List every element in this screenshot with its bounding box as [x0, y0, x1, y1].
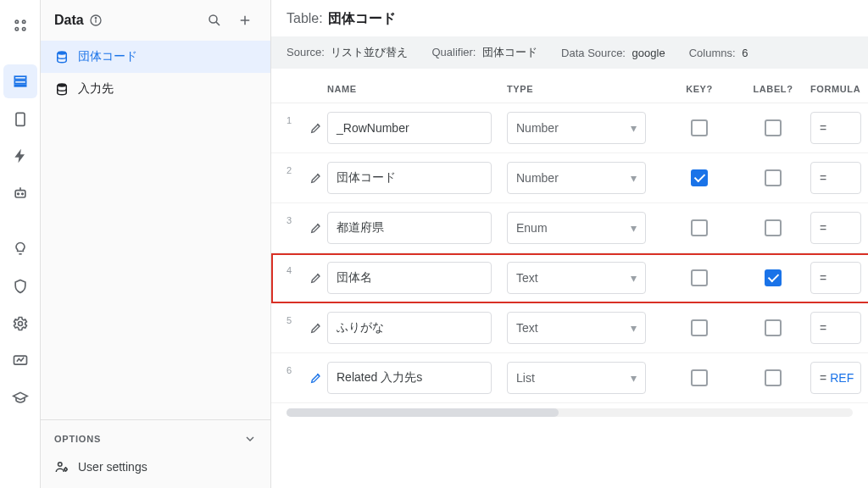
row-index: 6 — [287, 362, 305, 375]
row-index: 5 — [287, 312, 305, 325]
search-icon[interactable] — [203, 8, 226, 32]
rail-automation-icon[interactable] — [3, 139, 37, 173]
label-checkbox[interactable] — [765, 319, 782, 336]
rail-learn-icon[interactable] — [3, 381, 37, 415]
label-checkbox[interactable] — [765, 219, 782, 236]
rail-data-icon[interactable] — [3, 64, 37, 98]
column-row: 2 団体コード Number▾ = — [271, 153, 868, 203]
rail-bot-icon[interactable] — [3, 176, 37, 210]
formula-input[interactable]: = — [810, 162, 861, 194]
svg-point-0 — [15, 20, 18, 23]
column-type-select[interactable]: List▾ — [507, 362, 646, 394]
column-row: 1 _RowNumber Number▾ = — [271, 103, 868, 153]
column-name-input[interactable]: _RowNumber — [327, 112, 492, 144]
rail-ux-icon[interactable] — [3, 102, 37, 136]
key-checkbox[interactable] — [691, 319, 708, 336]
svg-point-9 — [17, 193, 19, 195]
rail-monitor-icon[interactable] — [3, 344, 37, 378]
row-index: 4 — [287, 262, 305, 275]
column-name-input[interactable]: 団体名 — [327, 262, 492, 294]
table-title: Table:団体コード — [271, 0, 868, 36]
column-row: 4 団体名 Text▾ = — [271, 253, 868, 303]
formula-input[interactable]: = — [810, 312, 861, 344]
sidebar-table-item[interactable]: 団体コード — [41, 41, 270, 73]
column-type-select[interactable]: Text▾ — [507, 312, 646, 344]
pencil-icon — [309, 171, 323, 185]
pencil-icon — [309, 221, 323, 235]
column-row: 5 ふりがな Text▾ = — [271, 303, 868, 353]
column-row: 3 都道府県 Enum▾ = — [271, 203, 868, 253]
column-row: 6 Related 入力先s List▾ =REF — [271, 353, 868, 403]
svg-point-1 — [22, 20, 25, 23]
pencil-icon — [309, 271, 323, 285]
key-checkbox[interactable] — [691, 169, 708, 186]
key-checkbox[interactable] — [691, 269, 708, 286]
pencil-icon — [309, 321, 323, 335]
add-table-icon[interactable] — [233, 8, 257, 32]
chevron-down-icon — [243, 432, 257, 446]
meta-datasource[interactable]: Data Source: google — [561, 47, 665, 59]
rail-settings-icon[interactable] — [3, 8, 37, 42]
row-index: 3 — [287, 212, 305, 225]
svg-rect-7 — [16, 113, 25, 125]
formula-input[interactable]: = — [810, 212, 861, 244]
rail-intelligence-icon[interactable] — [3, 232, 37, 266]
table-list: 団体コード入力先 — [41, 41, 270, 419]
label-checkbox[interactable] — [765, 119, 782, 136]
key-checkbox[interactable] — [691, 369, 708, 386]
meta-source[interactable]: Source: リスト並び替え — [287, 45, 408, 60]
rail-manage-icon[interactable] — [3, 307, 37, 341]
user-settings-icon — [54, 459, 70, 474]
svg-point-3 — [22, 28, 25, 30]
edit-column-button[interactable] — [305, 321, 327, 335]
edit-column-button[interactable] — [305, 171, 327, 185]
svg-rect-4 — [14, 76, 25, 79]
svg-point-18 — [209, 15, 217, 23]
table-meta-bar: Source: リスト並び替え Qualifier: 団体コード Data So… — [271, 36, 868, 69]
meta-qualifier[interactable]: Qualifier: 団体コード — [431, 45, 537, 60]
column-type-select[interactable]: Number▾ — [507, 162, 646, 194]
edit-column-button[interactable] — [305, 371, 327, 385]
col-header-name[interactable]: NAME — [327, 84, 507, 94]
col-header-type[interactable]: TYPE — [507, 84, 663, 94]
column-name-input[interactable]: 都道府県 — [327, 212, 492, 244]
svg-rect-6 — [14, 85, 25, 86]
edit-column-button[interactable] — [305, 271, 327, 285]
col-header-label[interactable]: LABEL? — [736, 84, 810, 94]
column-type-select[interactable]: Number▾ — [507, 112, 646, 144]
caret-down-icon: ▾ — [631, 371, 637, 385]
column-name-input[interactable]: ふりがな — [327, 312, 492, 344]
label-checkbox[interactable] — [765, 269, 782, 286]
key-checkbox[interactable] — [691, 119, 708, 136]
horizontal-scrollbar[interactable] — [287, 408, 853, 417]
key-checkbox[interactable] — [691, 219, 708, 236]
user-settings-link[interactable]: User settings — [54, 454, 257, 480]
column-type-select[interactable]: Text▾ — [507, 262, 646, 294]
svg-point-10 — [21, 193, 23, 195]
sidebar-table-item[interactable]: 入力先 — [41, 73, 270, 105]
formula-input[interactable]: =REF — [810, 362, 861, 394]
col-header-key[interactable]: KEY? — [663, 84, 736, 94]
edit-column-button[interactable] — [305, 221, 327, 235]
column-name-input[interactable]: 団体コード — [327, 162, 492, 194]
column-name-input[interactable]: Related 入力先s — [327, 362, 492, 394]
options-header[interactable]: OPTIONS — [54, 432, 257, 446]
row-index: 2 — [287, 162, 305, 175]
info-icon[interactable] — [89, 14, 103, 27]
formula-input[interactable]: = — [810, 112, 861, 144]
formula-input[interactable]: = — [810, 262, 861, 294]
col-header-formula[interactable]: FORMULA — [810, 84, 868, 94]
column-type-select[interactable]: Enum▾ — [507, 212, 646, 244]
label-checkbox[interactable] — [765, 169, 782, 186]
svg-line-19 — [216, 22, 220, 25]
sidebar-title: Data — [54, 13, 196, 28]
edit-column-button[interactable] — [305, 121, 327, 135]
caret-down-icon: ▾ — [631, 321, 637, 335]
label-checkbox[interactable] — [765, 369, 782, 386]
svg-rect-5 — [14, 80, 25, 83]
rail-security-icon[interactable] — [3, 269, 37, 303]
meta-columns[interactable]: Columns: 6 — [689, 47, 748, 59]
caret-down-icon: ▾ — [631, 171, 637, 185]
svg-point-24 — [58, 463, 63, 467]
pencil-icon — [309, 121, 323, 135]
